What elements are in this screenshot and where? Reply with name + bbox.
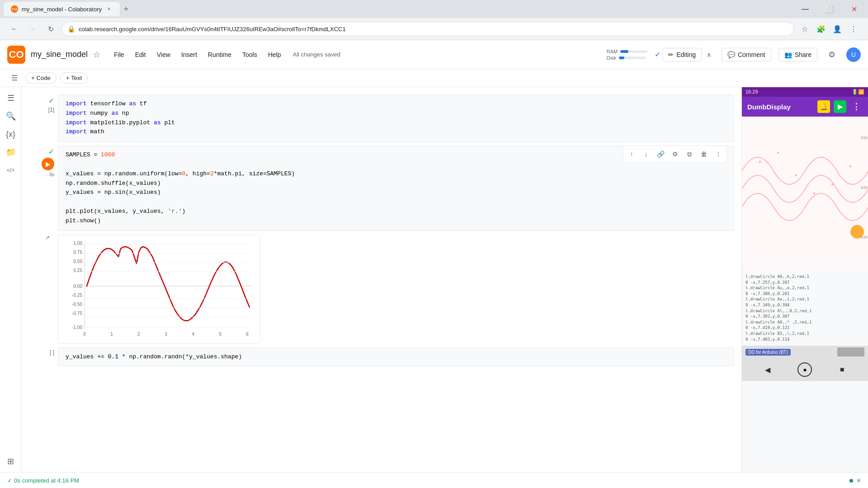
menu-view[interactable]: View xyxy=(152,48,175,61)
sidebar-search-icon[interactable]: 🔍 xyxy=(4,109,18,123)
menu-runtime[interactable]: Runtime xyxy=(203,48,236,61)
ram-label: RAM xyxy=(607,49,618,54)
notebook-area: ✓ [1] import tensorflow as tf import num… xyxy=(22,87,741,472)
phone-more-icon[interactable]: ⋮ xyxy=(850,100,863,113)
refresh-button[interactable]: ↻ xyxy=(43,22,58,36)
svg-text:0: 0 xyxy=(83,332,86,337)
user-avatar[interactable]: U xyxy=(846,47,861,62)
notebook-title[interactable]: my_sine_model xyxy=(31,50,88,59)
phone-home-button[interactable]: ● xyxy=(797,362,812,377)
sidebar-files-icon[interactable]: 📁 xyxy=(4,145,18,160)
cell-toolbar: ↑ ↓ 🔗 ⚙ ⧉ 🗑 ⋮ xyxy=(623,145,727,163)
add-text-button[interactable]: + Text xyxy=(60,72,88,84)
completion-status: ✓ 0s completed at 4:16 PM xyxy=(7,477,79,484)
sidebar-code-icon[interactable]: </> xyxy=(4,163,18,178)
cell-1: ✓ [1] import tensorflow as tf import num… xyxy=(29,94,734,142)
copy-cell-button[interactable]: ⧉ xyxy=(683,148,696,160)
delete-cell-button[interactable]: 🗑 xyxy=(698,148,710,160)
link-button[interactable]: 🔗 xyxy=(654,148,667,160)
bookmark-icon[interactable]: ☆ xyxy=(797,22,812,36)
share-button[interactable]: 👥 Share xyxy=(778,48,817,61)
more-options-button[interactable]: ⋮ xyxy=(712,148,725,160)
cell-3-content[interactable]: y_values += 0.1 * np.random.randn(*y_val… xyxy=(58,347,734,367)
sidebar-variables-icon[interactable]: {x} xyxy=(4,127,18,141)
cell-3-code-text: y_values += 0.1 * np.random.randn(*y_val… xyxy=(66,353,242,360)
cell-2-run-button[interactable]: ▶ xyxy=(42,158,54,170)
add-code-button[interactable]: + Code xyxy=(25,72,57,84)
sidebar-terminal-icon[interactable]: ⊞ xyxy=(4,454,18,469)
editing-label: Editing xyxy=(676,51,696,58)
phone-icon-green[interactable]: ▶ xyxy=(834,100,846,113)
svg-text:-0.25: -0.25 xyxy=(72,293,82,298)
menu-insert[interactable]: Insert xyxy=(177,48,202,61)
browser-toolbar: ← → ↻ 🔒 colab.research.google.com/drive/… xyxy=(0,18,868,40)
move-up-button[interactable]: ↑ xyxy=(625,148,638,160)
svg-text:-0.75: -0.75 xyxy=(72,311,82,316)
sidebar-toc-icon[interactable]: ☰ xyxy=(4,91,18,105)
move-down-button[interactable]: ↓ xyxy=(640,148,652,160)
plot-row: ↗ 1.00 0.75 0.50 0.25 xyxy=(29,235,734,344)
phone-code-line-11: l.drawCircle B3,,\,2,red,1 xyxy=(745,331,864,337)
cell-3-number: [ ] xyxy=(50,349,54,356)
right-panel: 16:29 🔋📶 DumbDisplay 🔔 ▶ ⋮ xyxy=(741,87,868,472)
phone-square-button[interactable]: ■ xyxy=(835,362,849,377)
phone-code-line-8: 0 -x,7.392,y,0.307 xyxy=(745,314,864,319)
back-button[interactable]: ← xyxy=(7,22,22,36)
tab-close-button[interactable]: × xyxy=(105,5,113,13)
ram-fill xyxy=(620,50,628,53)
menu-edit[interactable]: Edit xyxy=(131,48,151,61)
phone-back-button[interactable]: ◀ xyxy=(760,362,775,377)
cell-3-gutter: [ ] xyxy=(29,347,58,356)
cell-2-check: ✓ xyxy=(48,147,54,156)
minimize-button[interactable]: — xyxy=(795,0,816,18)
menu-icon[interactable]: ⋮ xyxy=(846,22,861,36)
extension-icon[interactable]: 🧩 xyxy=(814,22,828,36)
text-label: Text xyxy=(71,75,82,81)
new-tab-button[interactable]: + xyxy=(120,3,132,15)
phone-code-line-6: 0 -x,7.349,y,0.394 xyxy=(745,302,864,308)
svg-text:1.00: 1.00 xyxy=(74,241,83,246)
cell-1-content[interactable]: import tensorflow as tf import numpy as … xyxy=(58,94,734,142)
cell-1-gutter: ✓ [1] xyxy=(29,94,58,113)
colab-app: CO my_sine_model ☆ File Edit View Insert… xyxy=(0,40,868,488)
cell-2-wrapper: ✓ ▶ 0s SAMPLES = 1000 x_values = np.rand… xyxy=(29,145,734,343)
star-icon[interactable]: ☆ xyxy=(93,50,100,60)
menu-file[interactable]: File xyxy=(109,48,129,61)
close-status-button[interactable]: × xyxy=(857,477,861,485)
pencil-icon: ✏ xyxy=(668,51,674,58)
phone-code-line-3: l.drawCircle Au,,e,2,red,1 xyxy=(745,285,864,291)
phone-nav-bar: ◀ ● ■ xyxy=(742,358,868,381)
active-tab[interactable]: CO my_sine_model - Colaboratory × xyxy=(4,2,120,16)
svg-text:-1.00: -1.00 xyxy=(72,325,82,330)
status-right: × xyxy=(849,477,861,485)
phone-code-line-4: 0 -x,7.386,y,0.281 xyxy=(745,291,864,297)
profile-icon[interactable]: 👤 xyxy=(830,22,844,36)
status-bar: ✓ 0s completed at 4:16 PM × xyxy=(0,472,868,488)
svg-point-31 xyxy=(831,183,833,185)
menu-help[interactable]: Help xyxy=(264,48,286,61)
settings-button[interactable]: ⚙ xyxy=(825,47,839,62)
tab-favicon: CO xyxy=(11,5,18,13)
svg-text:830: 830 xyxy=(861,185,868,190)
output-expand-icon[interactable]: ↗ xyxy=(45,235,54,244)
comment-button[interactable]: 💬 Comment xyxy=(722,48,771,61)
editing-button[interactable]: ✏ Editing xyxy=(662,48,702,61)
cell-settings-button[interactable]: ⚙ xyxy=(669,148,681,160)
maximize-button[interactable]: ⬜ xyxy=(819,0,840,18)
forward-button[interactable]: → xyxy=(25,22,40,36)
sidebar-toggle-button[interactable]: ☰ xyxy=(7,71,22,85)
colab-header: CO my_sine_model ☆ File Edit View Insert… xyxy=(0,40,868,69)
menu-tools[interactable]: Tools xyxy=(238,48,262,61)
plus-code-icon: + xyxy=(31,75,35,81)
phone-bt-button[interactable] xyxy=(837,347,864,357)
tab-controls: — ⬜ ✕ xyxy=(795,0,864,18)
close-window-button[interactable]: ✕ xyxy=(844,0,864,18)
phone-status-bar: 16:29 🔋📶 xyxy=(742,87,868,97)
save-status: All changes saved xyxy=(292,51,340,58)
editing-chevron-button[interactable]: ∧ xyxy=(703,49,714,60)
address-bar[interactable]: 🔒 colab.research.google.com/drive/16RauU… xyxy=(61,22,794,36)
phone-icon-yellow[interactable]: 🔔 xyxy=(817,100,830,113)
svg-text:0.50: 0.50 xyxy=(74,259,83,264)
colab-toolbar: ☰ + Code + Text xyxy=(0,69,868,87)
svg-point-30 xyxy=(813,192,815,194)
